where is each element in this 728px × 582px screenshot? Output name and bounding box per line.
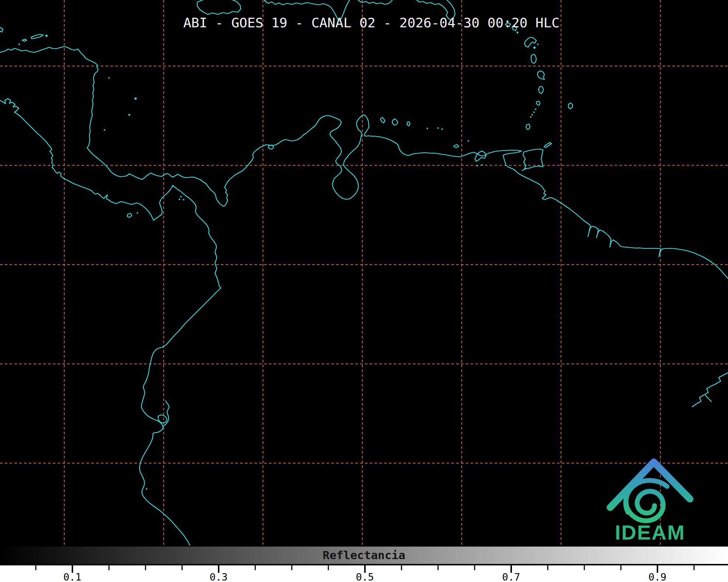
colorbar-tick-label: 0.1: [64, 571, 82, 582]
logo-spiral-icon: [626, 481, 667, 521]
coastline: [475, 151, 486, 161]
coastline: [31, 34, 43, 39]
colorbar-tick-label: 0.9: [649, 571, 667, 582]
island-dot: [180, 196, 182, 197]
coastline: [537, 71, 544, 79]
coastline: [705, 395, 711, 402]
island-dot: [146, 488, 147, 490]
island-dot: [441, 128, 443, 130]
island-dot: [530, 116, 532, 118]
colorbar-label: Reflectancia: [323, 548, 406, 561]
island-dot: [533, 111, 535, 113]
island-dot: [468, 140, 469, 142]
coastline: [526, 124, 530, 130]
island-dot: [535, 109, 536, 110]
coastline: [268, 145, 274, 149]
coastlines-layer: [0, 0, 728, 545]
island-dot: [104, 129, 105, 131]
island-dot: [183, 199, 184, 200]
colorbar-minor-tick: [328, 565, 329, 570]
coastline: [158, 415, 167, 423]
colorbar-minor-tick: [694, 565, 695, 570]
colorbar-tick-label: 0.7: [502, 571, 520, 582]
coastline: [407, 122, 410, 126]
colorbar-minor-tick: [401, 565, 402, 570]
colorbar-minor-tick: [109, 565, 110, 570]
island-dot: [45, 35, 48, 37]
ideam-logo: IDEAM: [610, 462, 690, 544]
island-dot: [108, 77, 110, 79]
graticule-grid: [0, 0, 728, 545]
island-dot: [18, 44, 20, 45]
colorbar-minor-tick: [438, 565, 439, 570]
coastline: [568, 103, 573, 109]
colorbar-minor-tick: [35, 565, 37, 570]
colorbar-minor-tick: [621, 565, 622, 570]
coastline: [0, 27, 3, 32]
colorbar-tick-label: 0.3: [210, 571, 228, 582]
coastline: [524, 37, 536, 47]
coastline: [392, 119, 398, 125]
island-dot: [179, 199, 180, 200]
colorbar: Reflectancia 0.10.30.50.70.9: [0, 545, 728, 582]
island-dot: [532, 114, 533, 116]
colorbar-minor-tick: [547, 565, 548, 570]
logo-roof-icon: [610, 462, 690, 507]
island-dot: [137, 212, 138, 214]
island-dot: [129, 114, 130, 116]
island-dot: [517, 32, 519, 34]
coastline: [0, 47, 728, 278]
colorbar-minor-tick: [255, 565, 256, 570]
coastline: [127, 213, 132, 217]
colorbar-minor-tick: [291, 565, 293, 570]
colorbar-scale: 0.10.30.50.70.9: [0, 565, 728, 582]
island-dot: [134, 97, 137, 100]
coastline: [539, 86, 543, 94]
island-dot: [533, 47, 536, 49]
coastline: [22, 39, 27, 41]
image-title: ABI - GOES 19 - CANAL 02 - 2026-04-30 00…: [15, 15, 728, 30]
colorbar-minor-tick: [474, 565, 475, 570]
coastline: [522, 168, 526, 171]
colorbar-minor-tick: [584, 565, 585, 570]
island-dot: [437, 127, 439, 129]
logo-text: IDEAM: [615, 521, 685, 544]
coastline: [523, 149, 543, 169]
colorbar-gradient: Reflectancia: [0, 545, 728, 565]
colorbar-minor-tick: [182, 565, 183, 570]
island-dot: [427, 128, 428, 129]
colorbar-tick-label: 0.5: [356, 571, 374, 582]
island-dot: [537, 44, 539, 45]
satellite-map: IDEAM: [0, 0, 728, 582]
island-dot: [476, 165, 478, 166]
coastline: [536, 101, 540, 105]
coastline: [454, 145, 459, 148]
coastline: [380, 117, 385, 123]
satellite-image-viewport: IDEAM ABI - GOES 19 - CANAL 02 - 2026-04…: [0, 0, 728, 582]
island-dot: [481, 164, 483, 166]
colorbar-minor-tick: [145, 565, 146, 570]
coastline: [544, 142, 551, 148]
coastline: [692, 373, 728, 407]
coastline: [531, 54, 536, 63]
coastline: [197, 0, 241, 14]
